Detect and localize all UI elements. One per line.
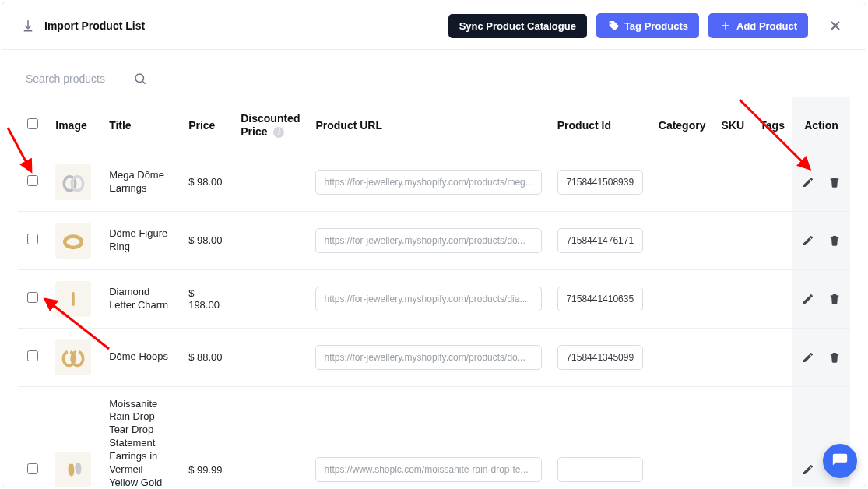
row-checkbox[interactable]: [27, 234, 38, 244]
pencil-icon: [802, 234, 814, 247]
product-category: [651, 211, 714, 269]
product-discounted: [233, 269, 307, 328]
delete-button[interactable]: [827, 233, 842, 248]
product-url-field[interactable]: https://for-jewellery.myshopify.com/prod…: [315, 228, 541, 253]
svg-point-2: [72, 176, 83, 190]
edit-button[interactable]: [800, 174, 816, 190]
trash-icon: [828, 293, 841, 305]
pencil-icon: [802, 351, 814, 364]
product-category: [651, 153, 714, 211]
product-id-field[interactable]: 7158441508939: [557, 170, 643, 195]
search-row: [2, 50, 866, 97]
row-checkbox[interactable]: [27, 175, 38, 186]
product-id-field[interactable]: 7158441345099: [557, 345, 643, 370]
close-button[interactable]: [824, 14, 847, 37]
pencil-icon: [802, 176, 814, 188]
col-category: Category: [651, 97, 714, 153]
edit-button[interactable]: [800, 462, 816, 477]
product-price: $ 198.00: [181, 269, 233, 328]
col-url: Product URL: [307, 97, 549, 153]
product-price: $ 88.00: [181, 328, 233, 386]
product-sku: [713, 211, 752, 269]
product-table: Image Title Price Discounted Price i Pro…: [18, 97, 850, 487]
edit-button[interactable]: [800, 291, 816, 307]
delete-button[interactable]: [827, 174, 842, 190]
sync-catalogue-button[interactable]: Sync Product Catalogue: [448, 14, 587, 38]
product-thumbnail: [55, 339, 91, 375]
table-row: Dôme Figure Ring$ 98.00https://for-jewel…: [18, 211, 850, 269]
product-price: $ 98.00: [181, 153, 233, 211]
product-tags: [752, 328, 792, 386]
add-product-button[interactable]: Add Product: [708, 13, 808, 38]
tag-icon: [607, 19, 620, 32]
product-title: Diamond Letter Charm: [109, 286, 173, 312]
col-tags: Tags: [752, 97, 792, 153]
pencil-icon: [802, 293, 814, 305]
product-thumbnail: [55, 223, 91, 259]
tag-products-button[interactable]: Tag Products: [596, 13, 699, 38]
edit-button[interactable]: [800, 350, 816, 365]
row-checkbox[interactable]: [27, 463, 38, 474]
row-checkbox[interactable]: [27, 350, 38, 361]
svg-point-3: [65, 236, 82, 247]
svg-point-0: [135, 74, 144, 83]
product-id-field[interactable]: 7158441476171: [557, 228, 643, 253]
col-discounted: Discounted Price i: [233, 97, 307, 153]
edit-button[interactable]: [800, 233, 816, 248]
row-checkbox[interactable]: [27, 292, 38, 303]
col-title: Title: [101, 97, 181, 153]
col-pid: Product Id: [550, 97, 651, 153]
table-row: Mega Dôme Earrings$ 98.00https://for-jew…: [18, 153, 850, 211]
svg-rect-4: [72, 292, 75, 306]
info-icon: i: [273, 127, 284, 138]
product-sku: [713, 328, 752, 386]
product-thumbnail: [55, 452, 91, 487]
product-id-field[interactable]: [557, 457, 643, 482]
col-action: Action: [792, 97, 850, 153]
search-icon: [133, 72, 147, 86]
product-discounted: [233, 386, 307, 487]
product-title: Dôme Figure Ring: [109, 227, 173, 254]
product-tags: [752, 386, 792, 487]
product-id-field[interactable]: 7158441410635: [557, 287, 643, 311]
product-title: Moissanite Rain Drop Tear Drop Statement…: [109, 398, 173, 487]
trash-icon: [828, 351, 841, 364]
search-input[interactable]: [26, 72, 119, 85]
product-url-field[interactable]: https://for-jewellery.myshopify.com/prod…: [315, 170, 541, 195]
product-thumbnail: [55, 164, 91, 200]
product-title: Dôme Hoops: [109, 350, 173, 364]
product-url-field[interactable]: https://www.shoplc.com/moissanite-rain-d…: [315, 457, 541, 482]
close-icon: [828, 18, 843, 33]
download-icon: [21, 19, 35, 33]
product-category: [651, 328, 714, 386]
product-discounted: [233, 153, 307, 211]
product-url-field[interactable]: https://for-jewellery.myshopify.com/prod…: [315, 287, 541, 311]
col-price: Price: [181, 97, 233, 153]
pencil-icon: [802, 463, 814, 476]
table-row: Dôme Hoops$ 88.00https://for-jewellery.m…: [18, 328, 850, 386]
delete-button[interactable]: [827, 291, 842, 307]
product-price: $ 98.00: [181, 211, 233, 269]
trash-icon: [828, 176, 841, 188]
product-sku: [713, 269, 752, 328]
product-sku: [713, 153, 752, 211]
product-tags: [752, 269, 792, 328]
product-tags: [752, 153, 792, 211]
plus-icon: [719, 19, 732, 32]
search-button[interactable]: [128, 67, 152, 90]
page-title: Import Product List: [44, 19, 145, 32]
product-discounted: [233, 328, 307, 386]
product-tags: [752, 211, 792, 269]
select-all-checkbox[interactable]: [27, 118, 38, 129]
header: Import Product List Sync Product Catalog…: [2, 2, 866, 50]
col-sku: SKU: [713, 97, 752, 153]
product-discounted: [233, 211, 307, 269]
trash-icon: [828, 234, 841, 247]
product-category: [651, 269, 714, 328]
product-title: Mega Dôme Earrings: [109, 169, 173, 195]
product-category: [651, 386, 714, 487]
chat-widget[interactable]: [823, 444, 857, 478]
chat-icon: [831, 452, 849, 470]
product-url-field[interactable]: https://for-jewellery.myshopify.com/prod…: [315, 345, 541, 370]
delete-button[interactable]: [827, 350, 842, 365]
